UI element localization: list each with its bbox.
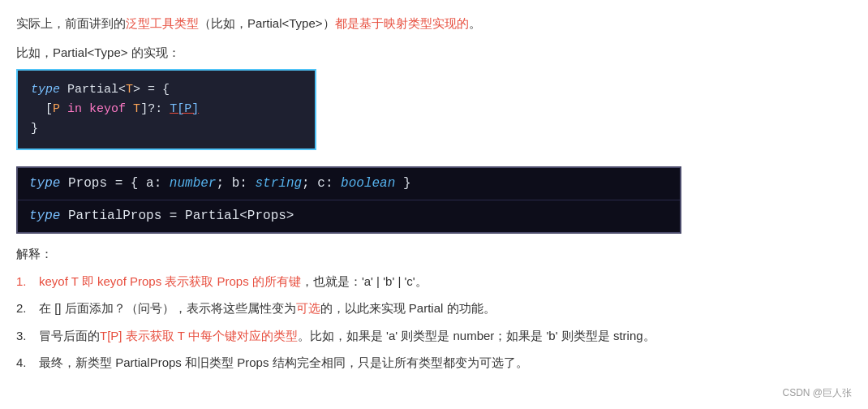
tp-highlight: T[P] 表示获取 T 中每个键对应的类型 xyxy=(100,329,298,342)
intro-line1: 实际上，前面讲到的泛型工具类型（比如，Partial<Type>）都是基于映射类… xyxy=(16,16,481,30)
list-num-4: 4. xyxy=(16,352,39,373)
watermark: CSDN @巨人张 xyxy=(782,385,852,393)
list-content-1: keyof T 即 keyof Props 表示获取 Props 的所有键，也就… xyxy=(39,271,852,292)
partial-code-line2: [P in keyof T]?: T[P] xyxy=(31,100,302,119)
partial-code-line3: } xyxy=(31,119,302,139)
props-line1: type Props = { a: number; b: string; c: … xyxy=(18,168,680,200)
highlight-generic-tools: 泛型工具类型 xyxy=(126,16,199,30)
kw-type-props: type xyxy=(29,176,60,191)
partial-implementation-container: type Partial<T> = { [P in keyof T]?: T[P… xyxy=(16,69,852,158)
kw-type-partialprops: type xyxy=(29,209,60,223)
partial-code-block: type Partial<T> = { [P in keyof T]?: T[P… xyxy=(16,69,316,150)
list-content-2: 在 [] 后面添加？（问号），表示将这些属性变为可选的，以此来实现 Partia… xyxy=(39,298,852,319)
list-item-1: 1. keyof T 即 keyof Props 表示获取 Props 的所有键… xyxy=(16,271,852,292)
list-num-3: 3. xyxy=(16,325,39,347)
list-num-1: 1. xyxy=(16,271,39,292)
explanation-section: 解释： 1. keyof T 即 keyof Props 表示获取 Props … xyxy=(16,243,852,373)
partial-code-line1: type Partial<T> = { xyxy=(31,80,302,100)
list-item-2: 2. 在 [] 后面添加？（问号），表示将这些属性变为可选的，以此来实现 Par… xyxy=(16,298,852,319)
intro-paragraph: 实际上，前面讲到的泛型工具类型（比如，Partial<Type>）都是基于映射类… xyxy=(16,13,852,34)
optional-highlight: 可选 xyxy=(296,301,320,315)
list-item-4: 4. 最终，新类型 PartialProps 和旧类型 Props 结构完全相同… xyxy=(16,352,852,373)
list-num-2: 2. xyxy=(16,298,39,319)
props-code-block: type Props = { a: number; b: string; c: … xyxy=(16,166,681,234)
keyword-type-1: type xyxy=(31,83,60,97)
example-label: 比如，Partial<Type> 的实现： xyxy=(16,42,852,63)
keyof-highlight: keyof T 即 keyof Props 表示获取 Props 的所有键 xyxy=(39,274,301,288)
partial-props-line: type PartialProps = Partial<Props> xyxy=(18,200,680,232)
list-content-3: 冒号后面的T[P] 表示获取 T 中每个键对应的类型。比如，如果是 'a' 则类… xyxy=(39,325,852,347)
list-item-3: 3. 冒号后面的T[P] 表示获取 T 中每个键对应的类型。比如，如果是 'a'… xyxy=(16,325,852,347)
explanation-title: 解释： xyxy=(16,243,852,265)
highlight-mapped-types: 都是基于映射类型实现的 xyxy=(335,16,469,30)
list-content-4: 最终，新类型 PartialProps 和旧类型 Props 结构完全相同，只是… xyxy=(39,352,852,373)
